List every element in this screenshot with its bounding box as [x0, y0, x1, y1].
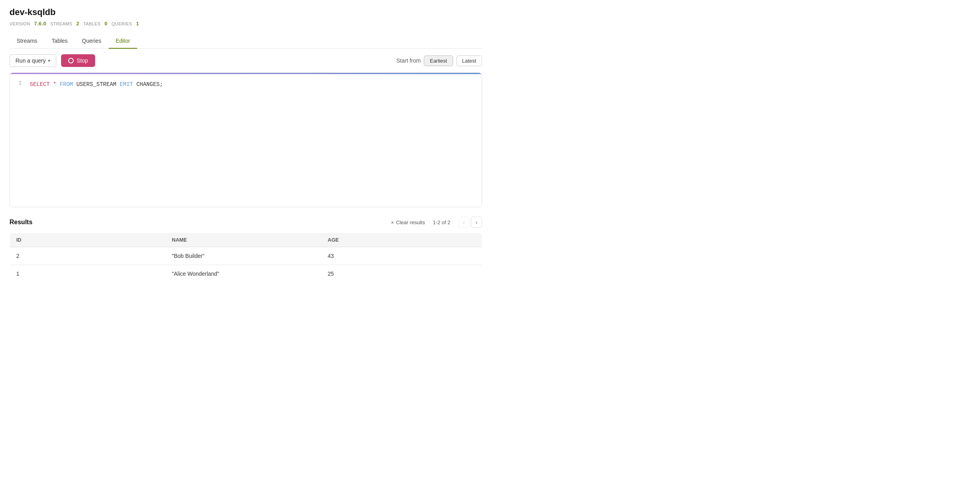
pagination-info: 1-2 of 2 [433, 219, 450, 225]
run-query-button[interactable]: Run a query ▾ [10, 54, 56, 67]
app-title: dev-ksqldb [10, 7, 482, 17]
kw-from: FROM [60, 81, 73, 88]
next-page-button[interactable]: › [471, 217, 482, 228]
meta-bar: VERSION 7.6.0 STREAMS 2 TABLES 0 QUERIES… [10, 21, 482, 27]
streams-label: STREAMS [50, 21, 73, 26]
tables-value: 0 [105, 21, 108, 27]
cell-name: "Alice Wonderland" [166, 265, 322, 283]
kw-star: * [50, 81, 59, 88]
cell-name: "Bob Builder" [166, 247, 322, 265]
start-from-label: Start from [396, 57, 421, 64]
results-header: Results × Clear results 1-2 of 2 ‹ › [10, 217, 482, 228]
kw-select: SELECT [30, 81, 50, 88]
tab-editor[interactable]: Editor [109, 34, 138, 49]
queries-value: 1 [136, 21, 139, 27]
toolbar: Run a query ▾ Stop Start from Earliest L… [10, 49, 482, 72]
line-number: 1 [10, 80, 30, 86]
close-icon: × [391, 219, 394, 225]
nav-tabs: Streams Tables Queries Editor [10, 34, 482, 49]
results-table: ID NAME AGE 2 "Bob Builder" 43 1 "Alice … [10, 233, 482, 283]
kw-table: USERS_STREAM [73, 81, 120, 88]
toolbar-left: Run a query ▾ Stop [10, 54, 95, 67]
prev-page-button[interactable]: ‹ [458, 217, 469, 228]
tables-label: TABLES [83, 21, 101, 26]
chevron-down-icon: ▾ [48, 58, 50, 63]
clear-results-button[interactable]: × Clear results [391, 219, 425, 225]
pagination-nav: ‹ › [458, 217, 482, 228]
editor-area[interactable]: 1 SELECT * FROM USERS_STREAM EMIT CHANGE… [10, 72, 482, 207]
tab-streams[interactable]: Streams [10, 34, 44, 49]
table-header-row: ID NAME AGE [10, 233, 482, 247]
table-row: 2 "Bob Builder" 43 [10, 247, 482, 265]
column-header-id: ID [10, 233, 166, 247]
cell-id: 1 [10, 265, 166, 283]
stop-label: Stop [77, 57, 88, 64]
latest-button[interactable]: Latest [456, 55, 482, 66]
stop-button[interactable]: Stop [61, 54, 95, 67]
tab-tables[interactable]: Tables [44, 34, 75, 49]
cell-id: 2 [10, 247, 166, 265]
earliest-button[interactable]: Earliest [424, 55, 453, 66]
cell-age: 25 [322, 265, 482, 283]
editor-line-1: 1 SELECT * FROM USERS_STREAM EMIT CHANGE… [10, 78, 482, 90]
column-header-age: AGE [322, 233, 482, 247]
version-label: VERSION [10, 21, 30, 26]
results-section: Results × Clear results 1-2 of 2 ‹ › ID … [10, 217, 482, 283]
column-header-name: NAME [166, 233, 322, 247]
progress-bar [10, 73, 482, 74]
run-query-label: Run a query [15, 57, 46, 64]
table-row: 1 "Alice Wonderland" 25 [10, 265, 482, 283]
kw-emit: EMIT [120, 81, 133, 88]
version-value: 7.6.0 [34, 21, 46, 27]
tab-queries[interactable]: Queries [75, 34, 109, 49]
toolbar-right: Start from Earliest Latest [396, 55, 482, 66]
queries-label: QUERIES [111, 21, 132, 26]
kw-changes: CHANGES; [133, 81, 163, 88]
cell-age: 43 [322, 247, 482, 265]
stop-icon [68, 58, 74, 63]
clear-results-label: Clear results [396, 219, 425, 225]
streams-value: 2 [76, 21, 79, 27]
results-title: Results [10, 219, 33, 226]
line-code: SELECT * FROM USERS_STREAM EMIT CHANGES; [30, 80, 163, 89]
results-actions: × Clear results 1-2 of 2 ‹ › [391, 217, 482, 228]
